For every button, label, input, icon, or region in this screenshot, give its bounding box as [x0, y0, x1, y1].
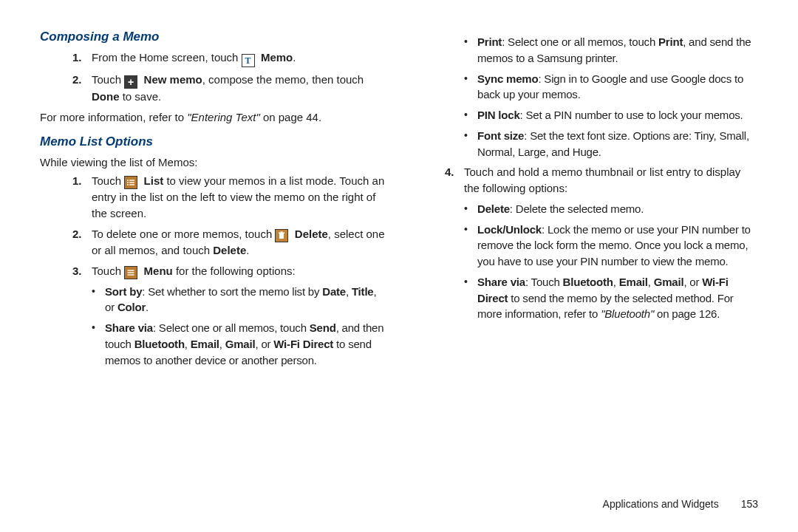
svg-rect-1	[129, 180, 134, 181]
step-2: 2. Touch + New memo, compose the memo, t…	[72, 72, 386, 105]
bullet-delete: • Delete: Delete the selected memo.	[464, 201, 758, 217]
step-1: 1. From the Home screen, touch T Memo.	[72, 50, 386, 68]
cross-reference: For more information, refer to "Entering…	[40, 109, 386, 126]
svg-rect-6	[279, 233, 284, 239]
svg-rect-8	[281, 231, 283, 233]
heading-composing: Composing a Memo	[40, 28, 386, 47]
page-footer: Applications and Widgets 153	[603, 497, 758, 511]
list-step-2: 2. To delete one or more memos, touch De…	[72, 226, 386, 259]
list-icon	[124, 176, 137, 189]
svg-rect-11	[128, 274, 134, 275]
svg-point-2	[127, 182, 129, 183]
svg-point-0	[127, 180, 129, 181]
list-step-4: 4. Touch and hold a memo thumbnail or li…	[445, 164, 758, 197]
bullet-share-via: • Share via: Select one or all memos, to…	[92, 320, 386, 368]
right-column: • Print: Select one or all memos, touch …	[412, 28, 758, 372]
heading-memo-list-options: Memo List Options	[40, 133, 386, 151]
bullet-pin-lock: • PIN lock: Set a PIN number to use to l…	[464, 107, 758, 123]
footer-section: Applications and Widgets	[603, 498, 719, 510]
menu-icon	[124, 266, 137, 279]
svg-rect-9	[128, 270, 134, 270]
list-step-3: 3. Touch Menu for the following options:	[72, 263, 386, 279]
memo-label: Memo	[261, 51, 293, 64]
svg-rect-5	[129, 185, 134, 185]
bullet-sync-memo: • Sync memo: Sign in to Google and use G…	[464, 71, 758, 103]
page-number: 153	[741, 497, 758, 511]
memo-icon: T	[242, 54, 255, 67]
svg-rect-10	[128, 272, 134, 273]
bullet-share-via-2: • Share via: Touch Bluetooth, Email, Gma…	[464, 274, 758, 322]
list-step-1: 1. Touch List to view your memos in a li…	[72, 173, 386, 222]
text: From the Home screen, touch	[92, 51, 242, 64]
left-column: Composing a Memo 1. From the Home screen…	[40, 28, 386, 372]
svg-point-4	[127, 184, 129, 185]
bullet-sort-by: • Sort by: Set whether to sort the memo …	[92, 284, 386, 316]
bullet-print: • Print: Select one or all memos, touch …	[464, 34, 758, 66]
delete-icon	[275, 229, 288, 242]
intro-text: While viewing the list of Memos:	[40, 154, 386, 171]
plus-icon: +	[124, 75, 137, 89]
svg-rect-3	[129, 183, 134, 183]
bullet-lock-unlock: • Lock/Unlock: Lock the memo or use your…	[464, 222, 758, 270]
bullet-font-size: • Font size: Set the text font size. Opt…	[464, 128, 758, 160]
